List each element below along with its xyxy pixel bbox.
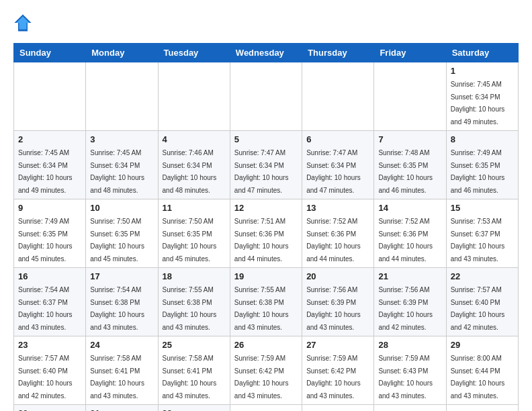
- day-info: Sunrise: 7:49 AMSunset: 6:35 PMDaylight:…: [451, 149, 505, 194]
- day-info: Sunrise: 7:49 AMSunset: 6:35 PMDaylight:…: [18, 218, 73, 263]
- day-info: Sunrise: 7:53 AMSunset: 6:37 PMDaylight:…: [451, 218, 505, 263]
- day-info: Sunrise: 7:57 AMSunset: 6:40 PMDaylight:…: [451, 286, 505, 331]
- calendar-day: 2Sunrise: 7:45 AMSunset: 6:34 PMDaylight…: [14, 131, 86, 199]
- day-info: Sunrise: 7:46 AMSunset: 6:34 PMDaylight:…: [163, 149, 217, 194]
- calendar-day: 26Sunrise: 7:59 AMSunset: 6:42 PMDayligh…: [230, 336, 302, 405]
- calendar-day: 25Sunrise: 7:58 AMSunset: 6:41 PMDayligh…: [158, 336, 230, 405]
- day-info: Sunrise: 7:50 AMSunset: 6:35 PMDaylight:…: [163, 218, 217, 263]
- day-number: 15: [451, 203, 514, 213]
- day-header-sunday: Sunday: [14, 44, 86, 62]
- day-info: Sunrise: 7:47 AMSunset: 6:34 PMDaylight:…: [234, 149, 289, 194]
- day-number: 29: [451, 340, 514, 350]
- calendar-day: 11Sunrise: 7:50 AMSunset: 6:35 PMDayligh…: [158, 199, 230, 268]
- day-header-thursday: Thursday: [302, 44, 374, 62]
- calendar-day: 32Sunrise: 8:01 AMSunset: 6:45 PMDayligh…: [158, 405, 230, 412]
- calendar-day: 20Sunrise: 7:56 AMSunset: 6:39 PMDayligh…: [302, 268, 374, 336]
- day-number: 18: [163, 271, 226, 281]
- day-info: Sunrise: 7:54 AMSunset: 6:38 PMDaylight:…: [90, 286, 144, 331]
- calendar-day: 17Sunrise: 7:54 AMSunset: 6:38 PMDayligh…: [86, 268, 158, 336]
- day-number: 21: [378, 271, 441, 281]
- day-number: 27: [306, 340, 369, 350]
- calendar-day: 5Sunrise: 7:47 AMSunset: 6:34 PMDaylight…: [230, 131, 302, 199]
- day-header-saturday: Saturday: [446, 44, 518, 62]
- empty-cell: [230, 62, 302, 131]
- empty-cell: [86, 62, 158, 131]
- day-info: Sunrise: 7:59 AMSunset: 6:42 PMDaylight:…: [306, 355, 361, 400]
- calendar-week-5: 23Sunrise: 7:57 AMSunset: 6:40 PMDayligh…: [14, 336, 519, 405]
- day-number: 4: [163, 134, 226, 144]
- day-info: Sunrise: 7:45 AMSunset: 6:34 PMDaylight:…: [18, 149, 73, 194]
- calendar-day: 22Sunrise: 7:57 AMSunset: 6:40 PMDayligh…: [446, 268, 518, 336]
- day-info: Sunrise: 7:52 AMSunset: 6:36 PMDaylight:…: [306, 218, 361, 263]
- calendar-week-2: 2Sunrise: 7:45 AMSunset: 6:34 PMDaylight…: [14, 131, 519, 199]
- day-number: 9: [18, 203, 81, 213]
- calendar-day: 12Sunrise: 7:51 AMSunset: 6:36 PMDayligh…: [230, 199, 302, 268]
- empty-cell: [374, 62, 446, 131]
- day-info: Sunrise: 8:00 AMSunset: 6:44 PMDaylight:…: [451, 355, 505, 400]
- day-number: 28: [378, 340, 441, 350]
- calendar-day: 23Sunrise: 7:57 AMSunset: 6:40 PMDayligh…: [14, 336, 86, 405]
- day-number: 1: [451, 66, 514, 76]
- day-number: 16: [18, 271, 81, 281]
- day-number: 5: [234, 134, 298, 144]
- calendar-day: 13Sunrise: 7:52 AMSunset: 6:36 PMDayligh…: [302, 199, 374, 268]
- day-info: Sunrise: 7:48 AMSunset: 6:35 PMDaylight:…: [378, 149, 433, 194]
- day-info: Sunrise: 7:45 AMSunset: 6:34 PMDaylight:…: [451, 81, 505, 126]
- day-info: Sunrise: 7:58 AMSunset: 6:41 PMDaylight:…: [90, 355, 144, 400]
- day-info: Sunrise: 7:45 AMSunset: 6:34 PMDaylight:…: [90, 149, 144, 194]
- day-number: 22: [451, 271, 514, 281]
- day-info: Sunrise: 7:59 AMSunset: 6:43 PMDaylight:…: [378, 355, 433, 400]
- day-info: Sunrise: 7:59 AMSunset: 6:42 PMDaylight:…: [234, 355, 289, 400]
- calendar-day: 4Sunrise: 7:46 AMSunset: 6:34 PMDaylight…: [158, 131, 230, 199]
- calendar-week-1: 1Sunrise: 7:45 AMSunset: 6:34 PMDaylight…: [14, 62, 519, 131]
- day-header-monday: Monday: [86, 44, 158, 62]
- day-header-tuesday: Tuesday: [158, 44, 230, 62]
- day-number: 31: [90, 408, 153, 411]
- calendar-week-4: 16Sunrise: 7:54 AMSunset: 6:37 PMDayligh…: [14, 268, 519, 336]
- day-info: Sunrise: 7:51 AMSunset: 6:36 PMDaylight:…: [234, 218, 289, 263]
- day-number: 3: [90, 134, 153, 144]
- calendar-day: 18Sunrise: 7:55 AMSunset: 6:38 PMDayligh…: [158, 268, 230, 336]
- day-number: 10: [90, 203, 153, 213]
- day-number: 23: [18, 340, 81, 350]
- day-number: 25: [163, 340, 226, 350]
- day-info: Sunrise: 7:57 AMSunset: 6:40 PMDaylight:…: [18, 355, 73, 400]
- calendar-day: 8Sunrise: 7:49 AMSunset: 6:35 PMDaylight…: [446, 131, 518, 199]
- day-number: 32: [163, 408, 226, 411]
- calendar-day: [374, 405, 446, 412]
- calendar-table: SundayMondayTuesdayWednesdayThursdayFrid…: [13, 43, 519, 411]
- day-number: 24: [90, 340, 153, 350]
- calendar-day: [230, 405, 302, 412]
- calendar-day: 3Sunrise: 7:45 AMSunset: 6:34 PMDaylight…: [86, 131, 158, 199]
- empty-cell: [14, 62, 86, 131]
- empty-cell: [158, 62, 230, 131]
- calendar-header-row: SundayMondayTuesdayWednesdayThursdayFrid…: [14, 44, 519, 62]
- calendar-day: 19Sunrise: 7:55 AMSunset: 6:38 PMDayligh…: [230, 268, 302, 336]
- day-number: 19: [234, 271, 298, 281]
- calendar-day: 24Sunrise: 7:58 AMSunset: 6:41 PMDayligh…: [86, 336, 158, 405]
- day-info: Sunrise: 7:56 AMSunset: 6:39 PMDaylight:…: [306, 286, 361, 331]
- empty-cell: [302, 62, 374, 131]
- day-info: Sunrise: 7:47 AMSunset: 6:34 PMDaylight:…: [306, 149, 361, 194]
- day-info: Sunrise: 7:52 AMSunset: 6:36 PMDaylight:…: [378, 218, 433, 263]
- day-number: 17: [90, 271, 153, 281]
- calendar-day: 1Sunrise: 7:45 AMSunset: 6:34 PMDaylight…: [446, 62, 518, 131]
- day-info: Sunrise: 7:55 AMSunset: 6:38 PMDaylight:…: [163, 286, 217, 331]
- logo: [13, 13, 35, 32]
- day-number: 6: [306, 134, 369, 144]
- day-number: 8: [451, 134, 514, 144]
- day-info: Sunrise: 7:54 AMSunset: 6:37 PMDaylight:…: [18, 286, 73, 331]
- day-number: 13: [306, 203, 369, 213]
- calendar-day: 14Sunrise: 7:52 AMSunset: 6:36 PMDayligh…: [374, 199, 446, 268]
- day-number: 20: [306, 271, 369, 281]
- calendar-day: 29Sunrise: 8:00 AMSunset: 6:44 PMDayligh…: [446, 336, 518, 405]
- day-info: Sunrise: 7:56 AMSunset: 6:39 PMDaylight:…: [378, 286, 433, 331]
- calendar-day: 7Sunrise: 7:48 AMSunset: 6:35 PMDaylight…: [374, 131, 446, 199]
- calendar-day: 16Sunrise: 7:54 AMSunset: 6:37 PMDayligh…: [14, 268, 86, 336]
- page-header: [13, 13, 519, 32]
- calendar-day: [302, 405, 374, 412]
- calendar-day: [446, 405, 518, 412]
- day-number: 26: [234, 340, 298, 350]
- day-number: 2: [18, 134, 81, 144]
- calendar-day: 15Sunrise: 7:53 AMSunset: 6:37 PMDayligh…: [446, 199, 518, 268]
